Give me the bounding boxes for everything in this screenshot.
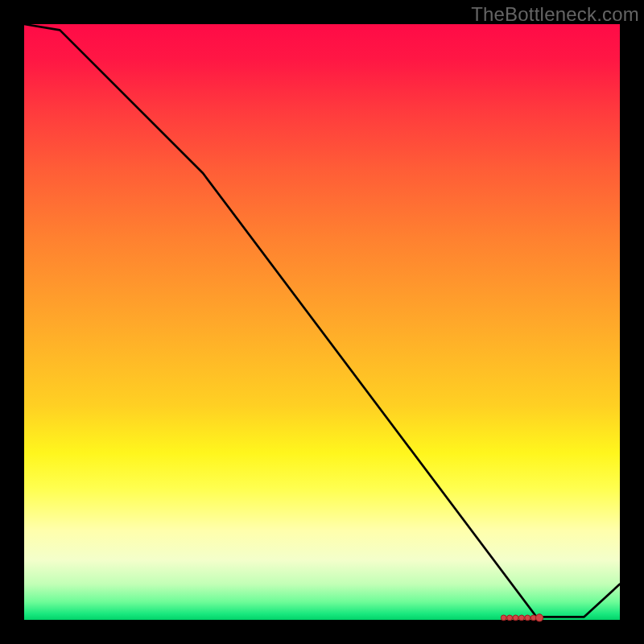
watermark-text: TheBottleneck.com — [471, 3, 639, 26]
marker-cluster — [501, 614, 543, 621]
chart-canvas: TheBottleneck.com — [0, 0, 644, 644]
marker-dot — [525, 615, 530, 621]
marker-dot — [501, 615, 506, 621]
plot-area — [24, 24, 620, 620]
marker-dot — [513, 615, 518, 621]
curve-layer — [24, 24, 620, 620]
bottleneck-curve — [24, 24, 620, 617]
marker-dot — [519, 615, 525, 621]
marker-end-dot — [536, 614, 543, 621]
marker-dot — [507, 615, 513, 621]
